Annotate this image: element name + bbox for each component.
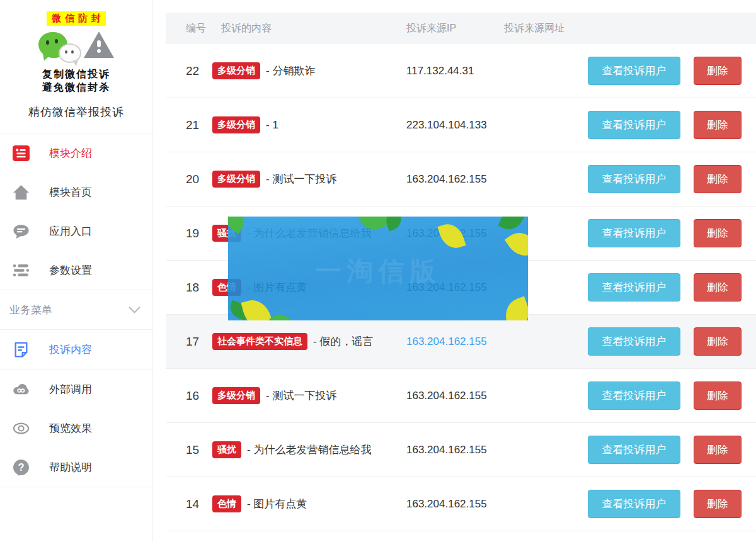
row-id: 16 xyxy=(166,389,212,403)
leaf-decoration xyxy=(241,296,273,320)
row-id: 18 xyxy=(166,281,212,295)
table-row: 22 多级分销 - 分销欺诈 117.132.44.31 查看投诉用户 删除 xyxy=(166,44,756,98)
comment-icon xyxy=(13,223,30,240)
home-icon xyxy=(13,184,30,201)
row-content: 多级分销 - 测试一下投诉 xyxy=(212,171,406,188)
watermark-text: 一淘信版 xyxy=(315,254,441,289)
logo-banner: 微信防封 xyxy=(47,11,106,26)
sliders-icon xyxy=(13,262,30,279)
row-source-ip: 163.204.162.155 xyxy=(406,444,504,456)
module-title: 精仿微信举报投诉 xyxy=(0,94,152,133)
row-content: 多级分销 - 分销欺诈 xyxy=(212,62,406,79)
logo-icons xyxy=(37,29,115,67)
table-row: 17 社会事件类不实信息 - 假的，谣言 163.204.162.155 查看投… xyxy=(166,315,756,369)
delete-button[interactable]: 删除 xyxy=(694,57,742,85)
row-source-ip: 117.132.44.31 xyxy=(406,65,504,77)
sidebar-item-complaint-content[interactable]: 投诉内容 xyxy=(0,330,152,370)
view-complaint-user-button[interactable]: 查看投诉用户 xyxy=(588,111,680,139)
sidebar-section-business-menu[interactable]: 业务菜单 xyxy=(0,290,152,330)
eye-icon xyxy=(13,420,30,437)
delete-button[interactable]: 删除 xyxy=(694,327,742,356)
table-row: 21 多级分销 - 1 223.104.104.133 查看投诉用户 删除 xyxy=(166,98,756,152)
leaf-decoration xyxy=(498,217,526,234)
row-actions: 查看投诉用户 删除 xyxy=(588,273,756,302)
leaf-decoration xyxy=(437,220,466,252)
sidebar-item-help-docs[interactable]: ? 帮助说明 xyxy=(0,448,152,487)
row-id: 19 xyxy=(166,227,212,240)
complaint-category-badge: 骚扰 xyxy=(212,441,241,458)
sidebar-item-module-home[interactable]: 模块首页 xyxy=(0,172,152,212)
row-id: 15 xyxy=(166,443,212,457)
warning-triangle-icon xyxy=(84,31,114,58)
view-complaint-user-button[interactable]: 查看投诉用户 xyxy=(588,165,680,193)
leaf-decoration xyxy=(500,296,528,320)
wechat-small-bubble-icon xyxy=(59,43,81,63)
row-content: 色情 - 图片有点黄 xyxy=(212,495,406,512)
row-actions: 查看投诉用户 删除 xyxy=(588,381,756,410)
complaint-text: - 1 xyxy=(266,119,278,132)
complaint-text: - 图片有点黄 xyxy=(247,497,307,511)
document-icon xyxy=(13,341,30,358)
sidebar-item-preview-effect[interactable]: 预览效果 xyxy=(0,409,152,448)
logo-caption-line2: 避免微信封杀 xyxy=(0,81,152,94)
sidebar-item-module-intro[interactable]: 模块介绍 xyxy=(0,133,152,172)
complaint-category-badge: 多级分销 xyxy=(212,387,260,404)
row-id: 14 xyxy=(166,497,212,511)
row-id: 20 xyxy=(166,172,212,186)
row-id: 17 xyxy=(166,335,212,349)
row-id: 21 xyxy=(166,118,212,132)
view-complaint-user-button[interactable]: 查看投诉用户 xyxy=(588,436,680,464)
delete-button[interactable]: 删除 xyxy=(694,381,742,410)
row-content: 骚扰 - 为什么老发营销信息给我 xyxy=(212,441,406,458)
promo-watermark-overlay: 一淘信版 xyxy=(228,217,528,320)
row-actions: 查看投诉用户 删除 xyxy=(588,165,756,193)
row-source-ip: 163.204.162.155 xyxy=(406,390,504,402)
row-actions: 查看投诉用户 删除 xyxy=(588,327,756,356)
delete-button[interactable]: 删除 xyxy=(694,490,742,518)
complaint-text: - 为什么老发营销信息给我 xyxy=(247,443,371,457)
complaint-text: - 假的，谣言 xyxy=(313,334,373,349)
complaint-text: - 测试一下投诉 xyxy=(266,388,336,403)
view-complaint-user-button[interactable]: 查看投诉用户 xyxy=(588,327,680,356)
row-source-ip: 163.204.162.155 xyxy=(406,173,504,186)
header-content: 投诉的内容 xyxy=(212,22,406,35)
row-source-ip[interactable]: 163.204.162.155 xyxy=(406,336,504,348)
complaint-category-badge: 色情 xyxy=(212,495,241,512)
table-header: 编号 投诉的内容 投诉来源IP 投诉来源网址 xyxy=(166,13,756,44)
view-complaint-user-button[interactable]: 查看投诉用户 xyxy=(588,57,680,85)
view-complaint-user-button[interactable]: 查看投诉用户 xyxy=(588,273,680,302)
delete-button[interactable]: 删除 xyxy=(694,436,742,464)
sidebar-item-param-settings[interactable]: 参数设置 xyxy=(0,251,152,290)
header-id: 编号 xyxy=(166,22,212,35)
row-content: 多级分销 - 测试一下投诉 xyxy=(212,387,406,404)
view-complaint-user-button[interactable]: 查看投诉用户 xyxy=(588,381,680,410)
row-content: 多级分销 - 1 xyxy=(212,116,406,133)
sidebar-menu-top: 模块介绍 模块首页 应用入口 参数设置 xyxy=(0,133,152,290)
complaint-text: - 分销欺诈 xyxy=(266,64,315,78)
complaint-category-badge: 多级分销 xyxy=(212,116,260,133)
row-actions: 查看投诉用户 删除 xyxy=(588,219,756,247)
sidebar-item-app-entry[interactable]: 应用入口 xyxy=(0,212,152,251)
row-id: 22 xyxy=(166,64,212,78)
leaf-decoration xyxy=(383,217,405,232)
complaint-category-badge: 社会事件类不实信息 xyxy=(212,333,307,350)
leaf-decoration xyxy=(505,226,528,263)
row-source-ip: 163.204.162.155 xyxy=(406,498,504,511)
table-row: 16 多级分销 - 测试一下投诉 163.204.162.155 查看投诉用户 … xyxy=(166,369,756,423)
sidebar: 微信防封 复制微信投诉 避免微信封杀 精仿微信举报投诉 模块介绍 模块首页 应用… xyxy=(0,0,153,542)
row-actions: 查看投诉用户 删除 xyxy=(588,111,756,139)
cloud-link-icon xyxy=(13,381,30,398)
logo-caption-line1: 复制微信投诉 xyxy=(0,67,152,81)
row-source-ip: 223.104.104.133 xyxy=(406,119,504,132)
delete-button[interactable]: 删除 xyxy=(694,165,742,193)
complaint-text: - 测试一下投诉 xyxy=(266,172,336,186)
row-actions: 查看投诉用户 删除 xyxy=(588,57,756,85)
view-complaint-user-button[interactable]: 查看投诉用户 xyxy=(588,490,680,518)
table-row: 14 色情 - 图片有点黄 163.204.162.155 查看投诉用户 删除 xyxy=(166,477,756,531)
delete-button[interactable]: 删除 xyxy=(694,219,742,247)
delete-button[interactable]: 删除 xyxy=(694,273,742,302)
sidebar-item-external-call[interactable]: 外部调用 xyxy=(0,370,152,409)
view-complaint-user-button[interactable]: 查看投诉用户 xyxy=(588,219,680,247)
app-logo: 微信防封 复制微信投诉 避免微信封杀 xyxy=(0,0,152,94)
delete-button[interactable]: 删除 xyxy=(694,111,742,139)
